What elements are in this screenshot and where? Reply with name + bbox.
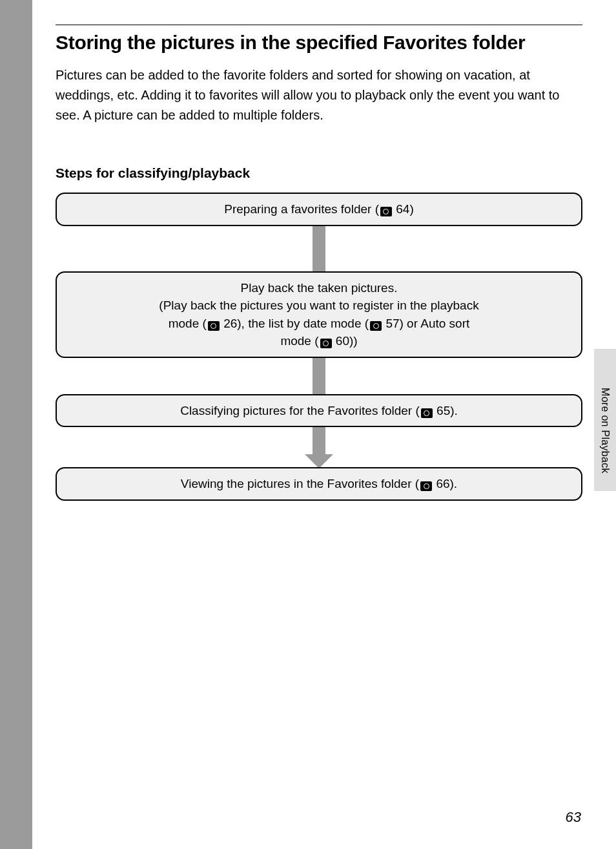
arrowhead-icon [305, 454, 333, 468]
intro-paragraph: Pictures can be added to the favorite fo… [56, 65, 582, 125]
step-text: Preparing a favorites folder ( [224, 202, 379, 216]
title-rule [56, 25, 582, 25]
page-title: Storing the pictures in the specified Fa… [56, 32, 582, 54]
camera-icon [370, 321, 382, 331]
flow-arrow [56, 226, 582, 271]
flowchart: Preparing a favorites folder ( 64) Play … [56, 193, 582, 501]
section-side-label: More on Playback [599, 388, 611, 474]
page-ref: 66 [436, 477, 449, 490]
camera-icon [320, 339, 332, 348]
flow-step-2: Play back the taken pictures. (Play back… [56, 271, 582, 358]
steps-heading: Steps for classifying/playback [56, 165, 582, 181]
t: mode ( [169, 317, 207, 330]
step-text: Viewing the pictures in the Favorites fo… [181, 477, 419, 490]
manual-page: More on Playback Storing the pictures in… [32, 0, 616, 849]
step-text-post: ). [450, 477, 458, 490]
page-ref: 60 [336, 334, 349, 348]
step-text: Classifying pictures for the Favorites f… [180, 404, 420, 417]
camera-icon [421, 408, 433, 418]
step-line: Play back the taken pictures. [68, 279, 570, 297]
t: )) [349, 334, 358, 348]
flow-arrow [56, 427, 582, 454]
flow-step-1: Preparing a favorites folder ( 64) [56, 193, 582, 226]
t: mode ( [280, 334, 318, 348]
camera-icon [420, 481, 432, 491]
camera-icon [208, 321, 220, 331]
page-ref: 65 [436, 404, 450, 417]
page-ref: 57 [385, 317, 399, 330]
step-text-post: ). [450, 404, 458, 417]
step-line: mode ( 60)) [68, 332, 570, 350]
t: ) or Auto sort [400, 317, 470, 330]
page-ref: 26 [223, 317, 237, 330]
page-content: Storing the pictures in the specified Fa… [32, 0, 616, 501]
step-line: (Play back the pictures you want to regi… [68, 297, 570, 315]
flow-step-3: Classifying pictures for the Favorites f… [56, 394, 582, 428]
flow-arrow [56, 358, 582, 394]
page-number: 63 [566, 809, 581, 826]
flow-step-4: Viewing the pictures in the Favorites fo… [56, 467, 582, 501]
page-ref: 64 [396, 202, 409, 216]
camera-icon [380, 207, 392, 216]
t: ), the list by date mode ( [237, 317, 369, 330]
step-line: mode ( 26), the list by date mode ( 57) … [68, 315, 570, 333]
step-text-post: ) [409, 202, 413, 216]
